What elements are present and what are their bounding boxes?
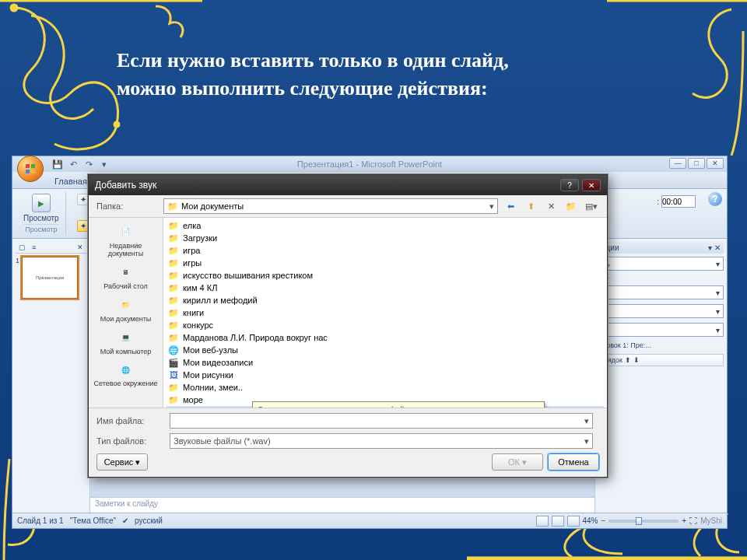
zoom-slider[interactable] <box>608 520 679 523</box>
file-name: Загрузки <box>183 233 217 243</box>
views-icon[interactable]: ▤▾ <box>584 198 599 214</box>
thumbs-tab-outline[interactable]: ≡ <box>32 243 36 251</box>
place-mycomputer[interactable]: 💻 Мой компьютер <box>90 327 161 359</box>
file-item[interactable]: 📁игры <box>167 257 604 269</box>
minimize-button[interactable]: — <box>669 158 686 169</box>
arrow-up-icon: ⬆ <box>625 356 631 364</box>
view-normal-icon[interactable] <box>536 516 549 527</box>
view-sorter-icon[interactable] <box>552 516 564 527</box>
maximize-button[interactable]: □ <box>688 158 705 169</box>
delete-icon[interactable]: ✕ <box>543 198 559 214</box>
back-icon[interactable]: ⬅ <box>503 198 518 214</box>
folder-icon: 📁 <box>168 270 179 281</box>
file-item[interactable]: 📁кирилл и мефодий <box>167 294 604 306</box>
zoom-value[interactable]: 44% <box>583 516 598 525</box>
ok-button[interactable]: ОК▾ <box>492 453 543 471</box>
file-item[interactable]: 📁ким 4 КЛ <box>167 282 604 294</box>
tools-button[interactable]: Сервис▾ <box>96 453 148 471</box>
panel-reorder[interactable]: рядок ⬆ ⬇ <box>598 354 724 366</box>
file-name: Молнии, змеи.. <box>183 383 243 392</box>
file-item[interactable]: 📁искусство вышивания крестиком <box>167 269 604 282</box>
preview-button[interactable]: ▶ Просмотр <box>23 194 59 222</box>
file-item[interactable]: 📁Загрузки <box>167 232 604 244</box>
time-input[interactable] <box>661 195 696 208</box>
slide-thumbnails-pane: ▢ ≡ ✕ 1 Презентация <box>12 239 90 513</box>
panel-add-effect[interactable]: ть▾ <box>598 257 724 271</box>
spellcheck-icon[interactable]: ✔ <box>122 516 128 525</box>
file-item[interactable]: 📁конкурс <box>167 319 604 331</box>
special-icon: 🎬 <box>168 357 179 368</box>
fit-icon[interactable]: ⛶ <box>689 516 697 525</box>
folder-label: Папка: <box>96 201 159 211</box>
place-mydocs[interactable]: 📁 Мои документы <box>90 294 161 327</box>
desktop-icon: 🖥 <box>115 264 137 282</box>
folder-icon: 📁 <box>168 245 179 256</box>
zoom-in-icon[interactable]: + <box>682 516 686 525</box>
slide-number: 1 <box>16 257 19 299</box>
file-item[interactable]: 📁Марданова Л.И. Природа вокруг нас <box>167 331 604 344</box>
help-icon[interactable]: ? <box>708 192 722 206</box>
folder-dropdown[interactable]: 📁 Мои документы ▾ <box>163 198 498 214</box>
office-button[interactable] <box>17 156 44 182</box>
recent-icon: 📄 <box>115 224 137 241</box>
save-icon[interactable]: 💾 <box>51 158 64 170</box>
undo-icon[interactable]: ↶ <box>67 158 79 170</box>
network-icon: 🌐 <box>115 362 137 379</box>
file-name: елка <box>183 221 201 230</box>
filetype-label: Тип файлов: <box>96 436 163 446</box>
file-item[interactable]: 📁Молнии, змеи.. <box>167 381 604 394</box>
file-name: игра <box>183 246 200 255</box>
up-icon[interactable]: ⬆ <box>523 198 538 214</box>
filename-input[interactable]: ▾ <box>170 413 593 429</box>
folder-icon: 📁 <box>168 307 179 318</box>
panel-select-2[interactable]: ▾ <box>598 304 724 318</box>
file-name: ким 4 КЛ <box>183 283 217 292</box>
file-item[interactable]: 📁книги <box>167 306 604 319</box>
folder-icon: 📁 <box>168 394 179 405</box>
notes-pane[interactable]: Заметки к слайду <box>90 497 594 513</box>
redo-icon[interactable]: ↷ <box>82 158 95 170</box>
thumbs-close-icon[interactable]: ✕ <box>77 243 83 251</box>
status-slide: Слайд 1 из 1 <box>17 516 64 525</box>
file-name: кирилл и мефодий <box>183 296 258 305</box>
chevron-down-icon: ▾ <box>716 326 720 334</box>
file-item[interactable]: 📁елка <box>167 219 604 232</box>
zoom-out-icon[interactable]: − <box>601 516 606 525</box>
dialog-titlebar[interactable]: Добавить звук ? ✕ <box>89 175 607 195</box>
file-list[interactable]: 📁елка📁Загрузки📁игра📁игры📁искусство вышив… <box>163 218 607 408</box>
dialog-help-button[interactable]: ? <box>560 179 579 191</box>
file-item[interactable]: 🌐Мои веб-узлы <box>167 344 604 356</box>
status-language[interactable]: русский <box>135 516 163 525</box>
time-field: : <box>657 195 696 208</box>
file-name: Мои веб-узлы <box>183 345 238 355</box>
panel-dropdown-icon[interactable]: ▾ ✕ <box>708 243 721 252</box>
file-name: Мои видеозаписи <box>183 358 253 367</box>
file-name: море <box>183 395 203 404</box>
file-item[interactable]: 📁игра <box>167 244 604 257</box>
thumbs-tab-slides[interactable]: ▢ <box>19 243 26 251</box>
view-slideshow-icon[interactable] <box>567 516 580 527</box>
qat-dropdown-icon[interactable]: ▾ <box>98 158 110 170</box>
chevron-down-icon: ▾ <box>135 457 140 467</box>
status-theme: "Тема Office" <box>70 516 116 525</box>
panel-select-1[interactable]: ▾ <box>598 285 724 299</box>
place-recent[interactable]: 📄 Недавние документы <box>90 221 161 261</box>
place-desktop[interactable]: 🖥 Рабочий стол <box>90 261 161 294</box>
folder-icon: 📁 <box>168 332 179 343</box>
svg-point-0 <box>11 5 17 11</box>
file-item[interactable]: 🖼Мои рисунки <box>167 369 604 381</box>
slide-thumbnail[interactable]: Презентация <box>22 257 78 299</box>
panel-select-3[interactable]: ▾ <box>598 323 724 337</box>
close-button[interactable]: ✕ <box>707 158 724 169</box>
folder-icon: 📁 <box>168 233 179 243</box>
new-folder-icon[interactable]: 📁 <box>563 198 579 214</box>
chevron-down-icon: ▾ <box>716 289 720 297</box>
filetype-dropdown[interactable]: Звуковые файлы (*.wav)▾ <box>170 433 593 449</box>
preview-group-label: Просмотр <box>23 224 59 233</box>
file-name: Мои рисунки <box>183 370 233 380</box>
file-item[interactable]: 🎬Мои видеозаписи <box>167 356 604 369</box>
place-network[interactable]: 🌐 Сетевое окружение <box>90 359 161 391</box>
cancel-button[interactable]: Отмена <box>548 453 599 471</box>
dialog-close-button[interactable]: ✕ <box>582 179 601 191</box>
play-icon: ▶ <box>38 199 44 208</box>
